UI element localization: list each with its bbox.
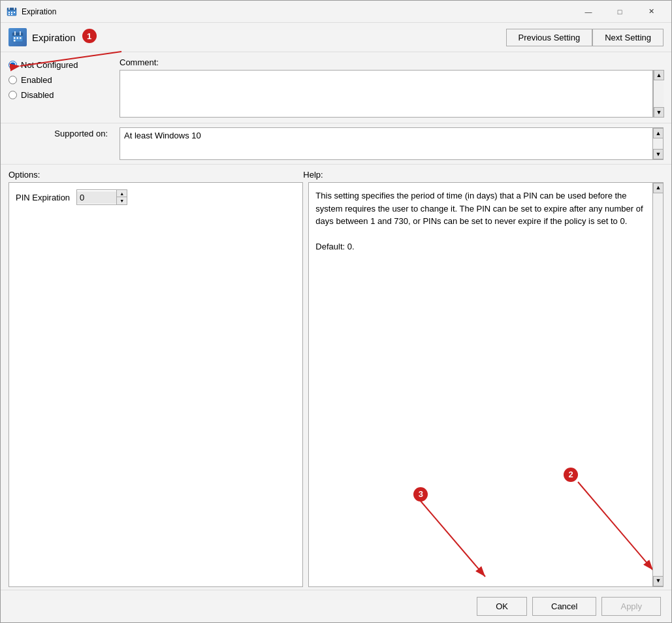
help-heading: Help: bbox=[303, 170, 664, 180]
svg-rect-7 bbox=[8, 14, 10, 15]
help-text: This setting specifies the period of tim… bbox=[315, 189, 650, 228]
nav-buttons: Previous Setting Next Setting bbox=[506, 29, 664, 46]
radio-disabled-input[interactable] bbox=[8, 91, 17, 99]
pin-expiration-spinbox[interactable]: ▲ ▼ bbox=[76, 189, 127, 205]
spin-down-button[interactable]: ▼ bbox=[116, 197, 127, 204]
radio-not-configured[interactable]: Not Configured bbox=[8, 60, 113, 70]
cancel-button[interactable]: Cancel bbox=[532, 597, 596, 616]
bottom-bar: OK Cancel Apply bbox=[1, 590, 671, 622]
radio-enabled-input[interactable] bbox=[8, 76, 17, 84]
help-scroll-up[interactable]: ▲ bbox=[653, 183, 664, 193]
ok-button[interactable]: OK bbox=[477, 597, 527, 616]
help-scrollbar[interactable]: ▲ ▼ bbox=[652, 183, 663, 586]
title-bar: Expiration — □ ✕ bbox=[1, 1, 671, 23]
window-controls: — □ ✕ bbox=[573, 1, 666, 22]
pin-expiration-label: PIN Expiration bbox=[16, 193, 70, 202]
supported-box: At least Windows 10 ▲ ▼ bbox=[120, 127, 664, 160]
supported-scroll-up[interactable]: ▲ bbox=[653, 128, 664, 138]
window-title: Expiration bbox=[22, 7, 573, 16]
annotation-badge-1: 1 bbox=[82, 29, 97, 43]
comment-input[interactable] bbox=[120, 70, 653, 118]
radio-disabled-label: Disabled bbox=[21, 90, 54, 100]
radio-not-configured-input[interactable] bbox=[8, 61, 17, 69]
comment-label: Comment: bbox=[120, 57, 664, 67]
supported-row: Supported on: At least Windows 10 ▲ ▼ bbox=[1, 123, 671, 165]
header-row: Expiration 1 Previous Setting Next Setti… bbox=[1, 23, 671, 52]
pin-expiration-row: PIN Expiration ▲ ▼ bbox=[16, 189, 296, 205]
supported-scrollbar[interactable]: ▲ ▼ bbox=[652, 128, 663, 159]
previous-setting-button[interactable]: Previous Setting bbox=[506, 29, 593, 46]
radio-enabled-label: Enabled bbox=[21, 75, 52, 85]
spin-up-button[interactable]: ▲ bbox=[116, 190, 127, 197]
scroll-up-arrow[interactable]: ▲ bbox=[654, 70, 664, 80]
main-window: Expiration — □ ✕ Expiration 1 bbox=[0, 0, 672, 623]
supported-value: At least Windows 10 bbox=[124, 131, 201, 140]
next-setting-button[interactable]: Next Setting bbox=[592, 29, 664, 46]
annotation-badge-2: 2 bbox=[564, 468, 578, 482]
annotation-badge-3: 3 bbox=[413, 487, 428, 502]
top-section: Not Configured Enabled Disabled Comment:… bbox=[1, 52, 671, 123]
supported-scroll-down[interactable]: ▼ bbox=[653, 149, 664, 159]
header-icon bbox=[8, 28, 27, 46]
help-default: Default: 0. bbox=[315, 240, 650, 253]
svg-rect-1 bbox=[7, 8, 16, 10]
radio-group: Not Configured Enabled Disabled bbox=[8, 57, 113, 118]
svg-rect-15 bbox=[20, 37, 22, 39]
svg-line-18 bbox=[420, 500, 485, 577]
annotation-arrow-2 bbox=[532, 456, 663, 586]
close-button[interactable]: ✕ bbox=[636, 1, 666, 22]
spin-buttons: ▲ ▼ bbox=[116, 190, 127, 204]
content-area: Not Configured Enabled Disabled Comment:… bbox=[1, 52, 671, 590]
page-title: Expiration bbox=[32, 32, 76, 43]
labels-row: Options: Help: bbox=[1, 165, 671, 182]
svg-rect-8 bbox=[11, 14, 12, 15]
comment-scrollbar[interactable]: ▲ ▼ bbox=[653, 70, 664, 118]
svg-rect-13 bbox=[14, 37, 16, 39]
help-scroll-down[interactable]: ▼ bbox=[653, 576, 664, 586]
svg-rect-5 bbox=[11, 12, 12, 13]
minimize-button[interactable]: — bbox=[573, 1, 603, 22]
svg-rect-10 bbox=[12, 33, 23, 36]
svg-rect-16 bbox=[14, 40, 16, 42]
maximize-button[interactable]: □ bbox=[605, 1, 635, 22]
svg-line-20 bbox=[578, 482, 653, 570]
svg-rect-14 bbox=[17, 37, 19, 39]
help-panel: This setting specifies the period of tim… bbox=[308, 182, 664, 587]
scroll-down-arrow[interactable]: ▼ bbox=[654, 107, 664, 118]
radio-not-configured-label: Not Configured bbox=[21, 60, 78, 70]
supported-label: Supported on: bbox=[8, 127, 113, 138]
svg-rect-6 bbox=[14, 12, 15, 13]
comment-section: Comment: ▲ ▼ bbox=[120, 57, 664, 118]
radio-enabled[interactable]: Enabled bbox=[8, 75, 113, 85]
annotation-arrow-3 bbox=[309, 482, 663, 586]
options-panel: PIN Expiration ▲ ▼ bbox=[8, 182, 303, 587]
panels-row: PIN Expiration ▲ ▼ This setting specifie… bbox=[1, 182, 671, 590]
pin-expiration-input[interactable] bbox=[77, 191, 116, 204]
radio-disabled[interactable]: Disabled bbox=[8, 90, 113, 100]
options-heading: Options: bbox=[8, 170, 303, 180]
apply-button[interactable]: Apply bbox=[601, 597, 661, 616]
window-icon bbox=[6, 6, 18, 18]
svg-rect-4 bbox=[8, 12, 10, 13]
